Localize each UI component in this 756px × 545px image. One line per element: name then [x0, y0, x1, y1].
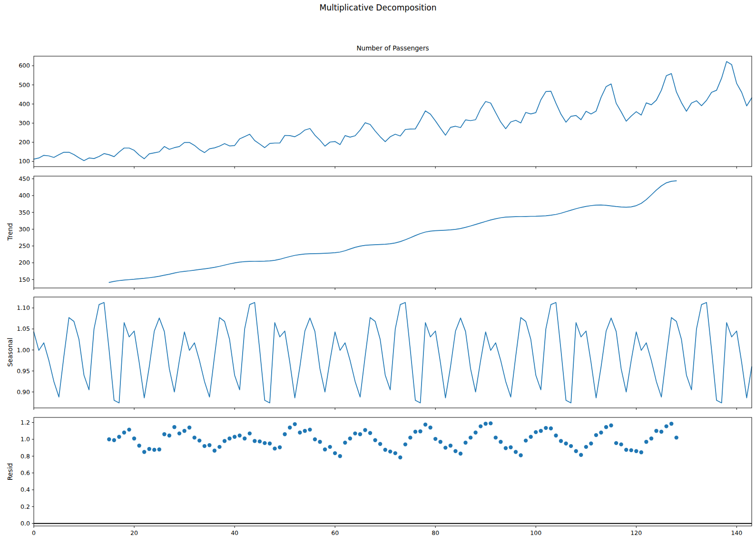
y-tick-label: 0.90	[17, 388, 30, 396]
resid-point	[318, 440, 322, 444]
y-tick-label: 0.95	[17, 367, 30, 375]
resid-point	[273, 446, 276, 450]
resid-point	[489, 421, 492, 425]
resid-point	[614, 441, 618, 445]
resid-point	[278, 446, 282, 449]
resid-point	[147, 447, 151, 451]
resid-point	[268, 442, 272, 446]
resid-point	[579, 453, 583, 457]
resid-point	[203, 444, 206, 448]
resid-point	[473, 431, 477, 435]
resid-point	[574, 449, 578, 453]
y-tick-label: 1.05	[17, 325, 30, 332]
y-tick-label: 100	[19, 158, 30, 165]
x-tick-label: 100	[530, 529, 541, 536]
resid-point	[363, 428, 367, 432]
resid-point	[142, 450, 146, 454]
resid-point	[353, 431, 357, 435]
resid-point	[177, 431, 181, 435]
resid-point	[233, 435, 236, 439]
resid-point	[443, 446, 447, 449]
resid-point	[449, 444, 452, 447]
resid-point	[639, 450, 643, 454]
resid-point	[313, 437, 317, 441]
panel-1-frame	[34, 176, 752, 288]
resid-point	[152, 448, 156, 452]
resid-point	[544, 426, 548, 430]
resid-point	[288, 426, 292, 429]
resid-point	[604, 425, 608, 429]
resid-point	[213, 449, 216, 453]
resid-point	[308, 427, 312, 431]
x-tick-label: 0	[32, 529, 36, 536]
Number of Passengers-line	[34, 61, 752, 160]
resid-point	[393, 451, 397, 455]
resid-point	[619, 442, 623, 446]
resid-point	[609, 424, 613, 427]
y-tick-label: 250	[19, 242, 30, 249]
resid-point	[675, 436, 678, 439]
y-tick-label: 150	[19, 276, 30, 283]
resid-point	[408, 436, 412, 439]
resid-point	[112, 438, 116, 442]
resid-point	[428, 426, 432, 429]
resid-point	[187, 426, 191, 429]
Trend-line	[109, 181, 676, 283]
resid-point	[378, 442, 382, 446]
resid-point	[549, 426, 553, 430]
resid-point	[172, 425, 176, 429]
y-tick-label: 200	[19, 259, 30, 266]
y-tick-label: 300	[19, 226, 30, 233]
resid-point	[564, 442, 568, 446]
resid-point	[624, 448, 628, 452]
resid-point	[167, 434, 171, 437]
y-tick-label: 0.4	[20, 486, 30, 493]
resid-point	[569, 444, 573, 448]
resid-point	[137, 444, 141, 447]
resid-point	[383, 448, 387, 452]
resid-point	[117, 435, 121, 439]
resid-point	[494, 436, 498, 439]
resid-point	[559, 439, 563, 443]
y-tick-label: 300	[19, 119, 30, 127]
y-tick-label: 350	[19, 209, 30, 216]
resid-point	[348, 436, 352, 440]
y-tick-label: 0.2	[20, 503, 30, 510]
resid-point	[263, 441, 266, 445]
resid-point	[439, 440, 442, 444]
resid-point	[423, 423, 427, 426]
resid-point	[529, 435, 533, 439]
resid-point	[373, 438, 377, 442]
resid-point	[217, 445, 221, 449]
resid-point	[333, 451, 337, 455]
resid-point	[193, 436, 196, 439]
resid-point	[243, 436, 246, 440]
resid-point	[589, 442, 593, 446]
resid-point	[403, 442, 407, 446]
x-tick-label: 120	[630, 529, 642, 536]
y-tick-label: 0.0	[20, 520, 30, 527]
resid-point	[584, 445, 588, 449]
resid-point	[629, 448, 633, 452]
resid-point	[433, 437, 437, 441]
resid-point	[298, 431, 302, 435]
resid-point	[197, 438, 201, 442]
resid-point	[398, 456, 402, 459]
y-tick-label: 450	[19, 175, 30, 182]
resid-point	[338, 454, 342, 458]
resid-point	[664, 424, 668, 428]
resid-point	[469, 436, 472, 439]
resid-point	[509, 446, 512, 449]
y-tick-label: 500	[19, 81, 30, 89]
y-tick-label: 1.10	[17, 304, 30, 311]
resid-point	[253, 439, 256, 443]
resid-point	[499, 440, 502, 444]
resid-point	[644, 440, 648, 444]
resid-point	[238, 434, 242, 437]
resid-point	[654, 429, 658, 433]
resid-point	[223, 439, 226, 443]
x-tick-label: 80	[432, 529, 439, 536]
resid-point	[323, 447, 327, 451]
resid-point	[258, 439, 262, 443]
resid-point	[453, 449, 457, 453]
